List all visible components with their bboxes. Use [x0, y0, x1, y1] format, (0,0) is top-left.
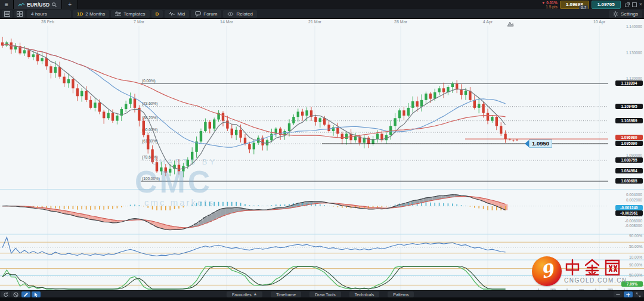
settings-button[interactable]: Settings: [609, 10, 642, 18]
waveform-icon: [169, 11, 175, 16]
tab-technicals-label: Technicals: [355, 293, 374, 297]
settings-label: Settings: [621, 11, 638, 17]
price-callout[interactable]: 1.0950: [525, 139, 552, 148]
range-label: 2 Months: [85, 11, 105, 17]
templates-button[interactable]: Templates: [111, 10, 149, 18]
timeframe-dropdown[interactable]: 4 hours: [27, 10, 71, 18]
date-tick: 10 Apr: [593, 20, 606, 24]
mid-label: Mid: [177, 11, 185, 17]
layout-grid-button[interactable]: [14, 10, 25, 18]
change-points: 1.5 pts: [546, 5, 558, 9]
change-direction-icon: ▼: [541, 1, 545, 5]
search-icon[interactable]: [52, 2, 57, 7]
tab-timeframe[interactable]: Timeframe: [271, 291, 301, 297]
cngold-logo-icon: 9: [532, 256, 562, 286]
tab-favourites[interactable]: Favourites ★: [227, 291, 262, 297]
fib-level-label: (100.00%): [142, 176, 160, 181]
pointer-tool-button[interactable]: [32, 291, 41, 297]
tab-technicals[interactable]: Technicals: [349, 291, 380, 297]
timeframe-label: 4 hours: [31, 11, 47, 17]
related-button[interactable]: Related: [223, 10, 257, 18]
date-tick: 7 Mar: [134, 20, 145, 24]
hamburger-menu-button[interactable]: ≡: [0, 0, 14, 9]
tab-draw-tools-label: Draw Tools: [315, 293, 336, 297]
window-footer: [0, 297, 644, 301]
draw-pencil-button[interactable]: [21, 291, 30, 297]
window-close-icon[interactable]: ×: [639, 2, 642, 7]
mid-price-button[interactable]: Mid: [165, 10, 189, 18]
fib-level-label: (23.60%): [142, 101, 157, 106]
cngold-domain: CNGOLD.COM.CN: [564, 277, 627, 284]
chart-toolbar: 4 hours 1D 2 Months Templates D Mid Foru…: [0, 9, 644, 19]
expand-button[interactable]: [634, 291, 643, 297]
fib-level-label: (38.20%): [142, 116, 157, 120]
event-marker-icon[interactable]: [507, 21, 514, 27]
related-label: Related: [236, 11, 253, 17]
callout-value: 1.0950: [529, 139, 552, 148]
date-tick: 21 Mar: [308, 20, 321, 24]
tab-favourites-label: Favourites: [232, 293, 252, 297]
sparkline-icon: [18, 2, 24, 7]
quote-cluster: ▼ 0.01% 1.5 pts 1.09698 1.09705 0.7 ×: [541, 0, 644, 9]
change-percent: 0.01%: [546, 1, 557, 5]
new-tab-button[interactable]: +: [62, 0, 78, 9]
date-tick: 14 Mar: [220, 20, 233, 24]
star-icon: ★: [253, 292, 257, 297]
candle-type-button[interactable]: D: [151, 10, 163, 18]
tab-timeframe-label: Timeframe: [276, 293, 296, 297]
window-popout-icon[interactable]: [625, 2, 630, 7]
callout-arrow-icon: [525, 140, 529, 147]
date-tick: 4 Apr: [483, 20, 493, 24]
range-dropdown[interactable]: 1D 2 Months: [73, 10, 109, 18]
tab-patterns-label: Patterns: [393, 293, 408, 297]
forum-label: Forum: [203, 11, 217, 17]
cngold-title-glyphs: [564, 259, 621, 277]
zoom-in-button[interactable]: [624, 291, 633, 297]
eye-icon: [227, 12, 234, 16]
forum-button[interactable]: Forum: [191, 10, 221, 18]
sliders-icon: [115, 11, 121, 16]
title-bar: ≡ EUR/USD + ▼ 0.01% 1.5 pts 1.09698 1.09…: [0, 0, 644, 10]
cngold-tagline-text: 中文财经新媒体: [643, 287, 643, 287]
instrument-tab[interactable]: EUR/USD: [14, 0, 62, 9]
zoom-out-button[interactable]: [614, 291, 623, 297]
gear-icon: [613, 11, 618, 17]
templates-label: Templates: [123, 11, 145, 17]
fib-level-label: (78.60%): [142, 155, 157, 160]
fib-level-label: (61.80%): [142, 139, 157, 144]
cngold-logo: 9 中金网 CNGOLD.COM.CN 中文财经新媒体: [532, 256, 644, 293]
date-tick: 28 Feb: [41, 20, 54, 24]
window-maximize-icon[interactable]: [632, 2, 637, 7]
buy-price-button[interactable]: 1.09705: [592, 1, 621, 9]
fib-level-label: (0.00%): [142, 79, 156, 83]
clear-drawings-button[interactable]: [11, 291, 20, 297]
date-tick: 28 Mar: [394, 20, 407, 24]
tab-patterns[interactable]: Patterns: [388, 291, 414, 297]
speech-bubble-icon: [195, 11, 201, 17]
range-badge: 1D: [77, 11, 83, 17]
chart-canvas[interactable]: 28 Feb7 Mar14 Mar21 Mar28 Mar4 Apr10 Apr…: [0, 18, 644, 290]
tab-draw-tools[interactable]: Draw Tools: [309, 291, 341, 297]
instrument-tab-label: EUR/USD: [27, 2, 49, 8]
price-change: ▼ 0.01% 1.5 pts: [541, 1, 558, 9]
panel-list-button[interactable]: [2, 10, 13, 18]
candle-type-badge: D: [156, 11, 159, 17]
undo-button[interactable]: [1, 291, 10, 297]
